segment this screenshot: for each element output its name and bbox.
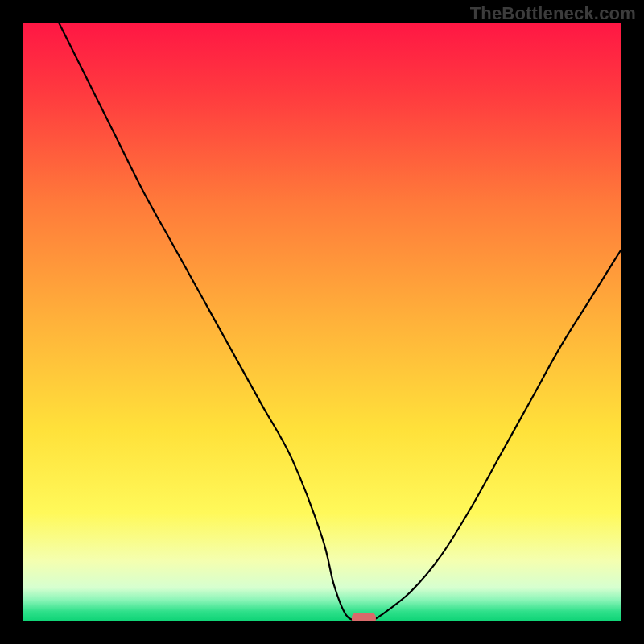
minimum-marker <box>352 613 376 621</box>
gradient-background <box>23 23 621 621</box>
watermark-text: TheBottleneck.com <box>470 3 636 24</box>
chart-frame: TheBottleneck.com <box>0 0 644 644</box>
bottleneck-chart <box>23 23 621 621</box>
plot-area <box>23 23 621 621</box>
